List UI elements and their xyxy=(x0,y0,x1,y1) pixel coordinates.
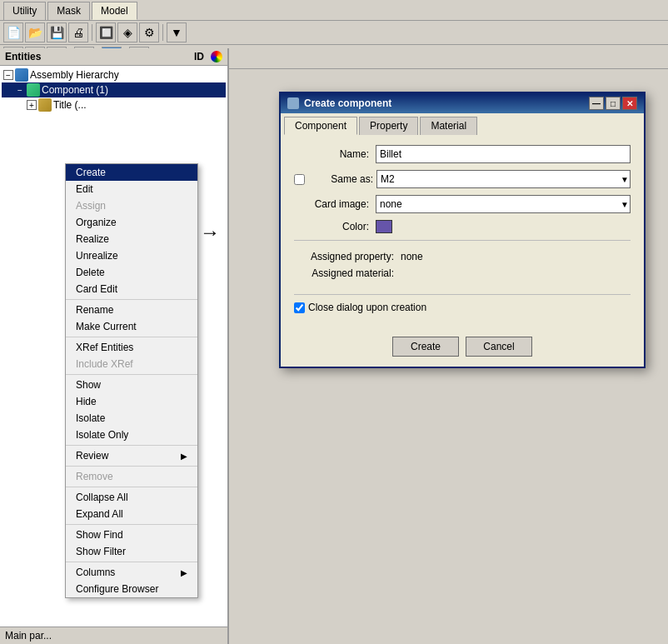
title-icon xyxy=(38,98,52,112)
dialog-close[interactable]: ✕ xyxy=(622,97,637,110)
close-dialog-checkbox[interactable] xyxy=(294,302,305,313)
tab-mask[interactable]: Mask xyxy=(47,2,90,20)
same-as-label: Same as: xyxy=(308,173,373,185)
dialog-sep2 xyxy=(294,294,631,295)
ctx-organize[interactable]: Organize xyxy=(66,214,197,231)
dialog-icon xyxy=(287,97,299,109)
expand-assembly[interactable]: − xyxy=(3,70,13,80)
view-btn[interactable]: 🔲 xyxy=(96,22,116,42)
ctx-realize[interactable]: Realize xyxy=(66,231,197,247)
expand-title[interactable]: + xyxy=(27,100,37,110)
ctx-assign: Assign xyxy=(66,197,197,214)
tree-component[interactable]: − Component (1) xyxy=(2,82,226,97)
ctx-unrealize-label: Unrealize xyxy=(76,250,118,262)
ctx-sep4 xyxy=(66,445,197,446)
ctx-isolate[interactable]: Isolate xyxy=(66,410,197,427)
drop-btn[interactable]: ▼ xyxy=(167,22,187,42)
ctx-card-edit-label: Card Edit xyxy=(76,283,117,295)
settings-btn[interactable]: ⚙ xyxy=(139,22,159,42)
id-label: ID xyxy=(194,51,204,62)
ctx-collapse-all[interactable]: Collapse All xyxy=(66,489,197,506)
ctx-review-arrow: ▶ xyxy=(181,452,187,461)
tab-utility[interactable]: Utility xyxy=(3,2,46,20)
tab-model[interactable]: Model xyxy=(92,2,137,20)
same-as-checkbox[interactable] xyxy=(294,174,305,185)
ctx-realize-label: Realize xyxy=(76,233,109,245)
color-swatch[interactable] xyxy=(376,220,392,233)
ctx-expand-all[interactable]: Expand All xyxy=(66,506,197,522)
ctx-delete[interactable]: Delete xyxy=(66,264,197,281)
ctx-sep8 xyxy=(66,562,197,562)
ctx-collapse-all-label: Collapse All xyxy=(76,492,128,503)
ctx-review-label: Review xyxy=(76,450,108,462)
ctx-columns-label: Columns xyxy=(76,567,115,578)
dialog-footer: Create Cancel xyxy=(281,330,644,367)
ctx-sep3 xyxy=(66,374,197,375)
dialog-tabs: Component Property Material xyxy=(281,113,644,135)
print-btn[interactable]: 🖨 xyxy=(68,22,88,42)
name-input[interactable] xyxy=(376,145,631,163)
tab-component[interactable]: Component xyxy=(284,117,357,135)
ctx-edit[interactable]: Edit xyxy=(66,181,197,197)
tab-material[interactable]: Material xyxy=(420,117,477,135)
bottom-label: Main par... xyxy=(5,630,52,642)
panel-title: Entities xyxy=(5,51,41,62)
ctx-isolate-only-label: Isolate Only xyxy=(76,429,128,441)
ctx-hide[interactable]: Hide xyxy=(66,393,197,410)
assigned-material-label: Assigned material: xyxy=(294,267,394,279)
open-btn[interactable]: 📂 xyxy=(25,22,45,42)
ctx-isolate-only[interactable]: Isolate Only xyxy=(66,427,197,443)
dialog-title: Create component xyxy=(304,97,391,109)
ctx-show-filter[interactable]: Show Filter xyxy=(66,543,197,560)
ctx-show-find[interactable]: Show Find xyxy=(66,527,197,543)
ctx-show-label: Show xyxy=(76,379,101,391)
ctx-show[interactable]: Show xyxy=(66,377,197,393)
panel-header: Entities ID xyxy=(0,48,227,66)
dialog-titlebar: Create component — □ ✕ xyxy=(281,93,644,113)
dialog-controls: — □ ✕ xyxy=(589,97,637,110)
ctx-xref[interactable]: XRef Entities xyxy=(66,339,197,356)
tree-container: − Assembly Hierarchy − Component (1) + T… xyxy=(0,66,227,114)
toolbar-row1: 📄 📂 💾 🖨 🔲 ◈ ⚙ ▼ xyxy=(0,21,668,45)
ctx-make-current[interactable]: Make Current xyxy=(66,318,197,335)
ctx-include-xref-label: Include XRef xyxy=(76,358,133,370)
same-as-select[interactable]: M2 xyxy=(376,170,631,188)
ctx-create[interactable]: Create xyxy=(66,164,197,181)
dialog-sep1 xyxy=(294,240,631,241)
name-row: Name: xyxy=(294,145,631,163)
close-dialog-row: Close dialog upon creation xyxy=(294,302,631,313)
assigned-property-value: none xyxy=(401,251,423,262)
ctx-card-edit[interactable]: Card Edit xyxy=(66,281,197,297)
tree-component-label: Component (1) xyxy=(42,84,108,96)
same-as-row: Same as: M2 ▼ xyxy=(294,170,631,188)
new-btn[interactable]: 📄 xyxy=(3,22,23,42)
ctx-unrealize[interactable]: Unrealize xyxy=(66,247,197,264)
dialog-maximize[interactable]: □ xyxy=(606,97,621,110)
assigned-property-row: Assigned property: none xyxy=(294,251,631,262)
ctx-review[interactable]: Review ▶ xyxy=(66,447,197,464)
save-btn[interactable]: 💾 xyxy=(47,22,67,42)
tree-title[interactable]: + Title (... xyxy=(2,97,226,112)
ctx-configure-browser[interactable]: Configure Browser xyxy=(66,581,197,597)
card-image-select[interactable]: none xyxy=(376,195,631,213)
tree-assembly[interactable]: − Assembly Hierarchy xyxy=(2,67,226,82)
ctx-columns[interactable]: Columns ▶ xyxy=(66,564,197,581)
ctx-configure-browser-label: Configure Browser xyxy=(76,583,158,595)
dialog-minimize[interactable]: — xyxy=(589,97,604,110)
cancel-button[interactable]: Cancel xyxy=(466,337,532,357)
expand-component[interactable]: − xyxy=(15,85,25,95)
ctx-expand-all-label: Expand All xyxy=(76,508,123,520)
ctx-make-current-label: Make Current xyxy=(76,321,137,332)
sep1 xyxy=(92,24,92,41)
tab-property[interactable]: Property xyxy=(359,117,418,135)
ctx-sep5 xyxy=(66,466,197,467)
cube-btn[interactable]: ◈ xyxy=(117,22,137,42)
tree-assembly-label: Assembly Hierarchy xyxy=(30,69,119,81)
ctx-isolate-label: Isolate xyxy=(76,412,105,424)
ctx-sep7 xyxy=(66,524,197,525)
assigned-section: Assigned property: none Assigned materia… xyxy=(294,247,631,287)
card-image-label: Card image: xyxy=(294,198,369,210)
ctx-rename[interactable]: Rename xyxy=(66,302,197,318)
create-button[interactable]: Create xyxy=(392,337,459,357)
ctx-include-xref: Include XRef xyxy=(66,356,197,372)
